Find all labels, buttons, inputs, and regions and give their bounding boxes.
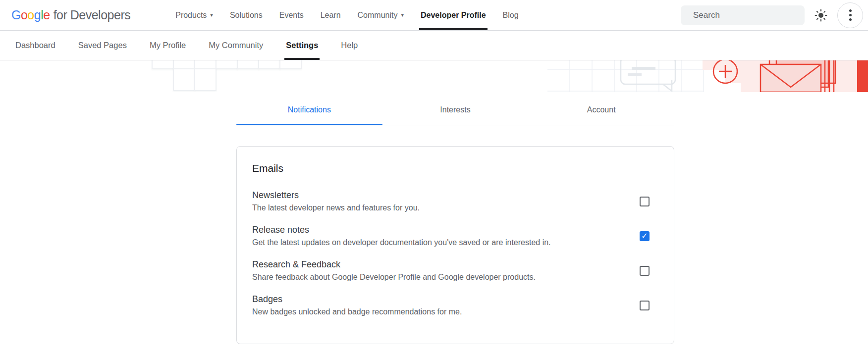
logo-suffix: for Developers bbox=[54, 8, 131, 22]
pref-title: Research & Feedback bbox=[252, 258, 536, 271]
chevron-down-icon bbox=[401, 12, 404, 18]
release-notes-checkbox[interactable] bbox=[640, 231, 650, 241]
speech-bubble-art bbox=[621, 60, 675, 91]
pref-title: Badges bbox=[252, 293, 462, 306]
theme-toggle-button[interactable] bbox=[814, 9, 827, 22]
pref-description: Share feedback about Google Developer Pr… bbox=[252, 271, 536, 283]
envelope-stack-art bbox=[760, 60, 835, 92]
pref-row-badges: Badges New badges unlocked and badge rec… bbox=[252, 293, 654, 318]
pref-row-research-feedback: Research & Feedback Share feedback about… bbox=[252, 258, 654, 283]
pref-title: Release notes bbox=[252, 223, 551, 236]
decorative-banner bbox=[0, 60, 868, 92]
subnav-help[interactable]: Help bbox=[329, 31, 369, 60]
subnav-my-profile[interactable]: My Profile bbox=[138, 31, 197, 60]
research-feedback-checkbox[interactable] bbox=[640, 266, 650, 276]
active-tab-indicator bbox=[236, 124, 382, 125]
pref-title: Newsletters bbox=[252, 189, 420, 202]
subnav-dashboard[interactable]: Dashboard bbox=[4, 31, 67, 60]
nav-developer-profile[interactable]: Developer Profile bbox=[412, 0, 494, 30]
nav-events[interactable]: Events bbox=[271, 0, 312, 30]
search-input[interactable] bbox=[693, 10, 803, 20]
envelope-banner-art bbox=[547, 60, 868, 92]
account-menu-button[interactable] bbox=[837, 2, 863, 28]
pref-row-release-notes: Release notes Get the latest updates on … bbox=[252, 223, 654, 249]
profile-subnav: Dashboard Saved Pages My Profile My Comm… bbox=[0, 31, 868, 60]
nav-products[interactable]: Products bbox=[167, 0, 221, 30]
pref-description: New badges unlocked and badge recommenda… bbox=[252, 306, 462, 318]
nav-community[interactable]: Community bbox=[349, 0, 412, 30]
settings-content: Notifications Interests Account Emails N… bbox=[236, 92, 674, 344]
emails-card: Emails Newsletters The latest developer … bbox=[236, 146, 674, 344]
chevron-down-icon bbox=[210, 12, 213, 18]
google-for-developers-logo[interactable]: Google for Developers bbox=[11, 0, 130, 30]
kebab-menu-icon bbox=[849, 9, 852, 21]
card-title: Emails bbox=[252, 162, 654, 174]
subnav-saved-pages[interactable]: Saved Pages bbox=[67, 31, 138, 60]
nav-solutions[interactable]: Solutions bbox=[221, 0, 271, 30]
calendar-grid-art bbox=[153, 60, 302, 91]
search-box[interactable] bbox=[681, 5, 805, 25]
subnav-my-community[interactable]: My Community bbox=[197, 31, 274, 60]
nav-learn[interactable]: Learn bbox=[312, 0, 349, 30]
settings-tabs: Notifications Interests Account bbox=[236, 92, 674, 125]
nav-blog[interactable]: Blog bbox=[494, 0, 527, 30]
tab-account[interactable]: Account bbox=[528, 92, 674, 125]
header-actions bbox=[681, 0, 856, 30]
tab-interests[interactable]: Interests bbox=[382, 92, 529, 125]
primary-nav: Products Solutions Events Learn Communit… bbox=[167, 0, 527, 30]
pref-row-newsletters: Newsletters The latest developer news an… bbox=[252, 189, 654, 214]
tab-notifications[interactable]: Notifications bbox=[236, 92, 382, 125]
top-header: Google for Developers Products Solutions… bbox=[0, 0, 868, 31]
pref-description: The latest developer news and features f… bbox=[252, 202, 420, 214]
google-logo-wordmark: Google bbox=[11, 8, 50, 22]
badges-checkbox[interactable] bbox=[640, 301, 650, 310]
faint-grid-lines bbox=[547, 60, 704, 92]
newsletters-checkbox[interactable] bbox=[640, 197, 650, 206]
pref-description: Get the latest updates on developer docu… bbox=[252, 236, 551, 249]
sun-icon bbox=[814, 9, 827, 22]
red-edge-bar bbox=[857, 60, 868, 92]
white-cell bbox=[725, 83, 741, 92]
subnav-settings[interactable]: Settings bbox=[274, 31, 329, 60]
